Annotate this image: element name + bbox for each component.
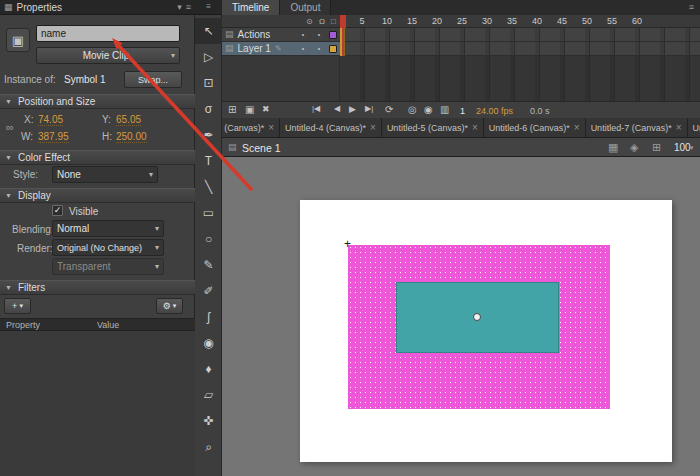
filters-list[interactable] (0, 331, 195, 476)
panel-menu-icon[interactable]: ≡ (206, 3, 211, 11)
layer-frames-actions[interactable] (340, 28, 700, 42)
instance-name-input[interactable] (36, 25, 180, 42)
close-icon[interactable]: × (676, 122, 682, 133)
step-back-icon[interactable]: ◀ (334, 105, 340, 113)
onion-skin-outlines-icon[interactable]: ◉ (424, 105, 433, 115)
close-icon[interactable]: × (472, 122, 478, 133)
new-folder-icon[interactable]: ▣ (245, 105, 254, 115)
subselection-tool[interactable]: ▷ (195, 44, 222, 70)
free-transform-tool[interactable]: ⊡ (195, 70, 222, 96)
bone-tool[interactable]: ʃ (195, 304, 222, 330)
eye-icon[interactable]: ⊙ (306, 17, 313, 26)
x-value[interactable]: 74.05 (38, 114, 63, 126)
oval-tool[interactable]: ○ (195, 226, 222, 252)
rectangle-tool[interactable]: ▭ (195, 200, 222, 226)
transformation-point[interactable] (473, 313, 481, 321)
section-color-effect[interactable]: ▼ Color Effect (0, 150, 195, 165)
step-forward-icon[interactable]: ▶| (365, 105, 373, 113)
eyedropper-tool[interactable]: ♦ (195, 356, 222, 382)
edit-multiple-frames-icon[interactable]: ▥ (440, 105, 449, 115)
section-display[interactable]: ▼ Display (0, 188, 195, 203)
scene-breadcrumb[interactable]: Scene 1 (242, 142, 281, 154)
lasso-tool[interactable]: σ (195, 96, 222, 122)
close-icon[interactable]: × (268, 122, 274, 133)
frame-number[interactable]: 40 (529, 16, 545, 26)
blending-dropdown[interactable]: Normal ▾ (52, 220, 164, 237)
timeline-ruler[interactable]: ⊙ Ω □ 1 5 10 15 20 25 30 35 40 45 50 55 … (222, 15, 700, 28)
zoom-tool[interactable]: ⌕ (195, 434, 222, 460)
document-tab[interactable]: Untitled-8 (Canva (688, 118, 700, 137)
line-tool[interactable]: ╲ (195, 174, 222, 200)
tab-output[interactable]: Output (280, 0, 331, 15)
visible-checkbox[interactable]: ✓ (52, 205, 63, 216)
eraser-tool[interactable]: ▱ (195, 382, 222, 408)
tab-timeline[interactable]: Timeline (222, 0, 280, 15)
frame-number[interactable]: 15 (404, 16, 420, 26)
frame-number[interactable]: 60 (629, 16, 645, 26)
layer-name[interactable]: Layer 1 (238, 43, 271, 54)
new-layer-icon[interactable]: ⊞ (228, 105, 236, 115)
document-tab[interactable]: Untitled-6 (Canvas)* × (484, 118, 586, 137)
swap-button[interactable]: Swap... (124, 71, 182, 88)
frame-number[interactable]: 5 (354, 16, 370, 26)
w-value[interactable]: 387.95 (38, 131, 69, 143)
symbol-type-dropdown[interactable]: Movie Clip ▾ (36, 47, 180, 64)
hand-tool[interactable]: ✜ (195, 408, 222, 434)
layer-row-actions[interactable]: ▤ Actions • • (222, 28, 700, 42)
frame-number[interactable]: 55 (604, 16, 620, 26)
section-filters[interactable]: ▼ Filters (0, 280, 195, 295)
layer-frames-layer1[interactable] (340, 42, 700, 56)
text-tool[interactable]: T (195, 148, 222, 174)
onion-skin-icon[interactable]: ◎ (408, 105, 417, 115)
pencil-tool[interactable]: ✎ (195, 252, 222, 278)
close-icon[interactable]: × (574, 122, 580, 133)
document-tab[interactable]: Untitled-4 (Canvas)* × (280, 118, 382, 137)
section-position-size[interactable]: ▼ Position and Size (0, 94, 195, 109)
selection-tool[interactable]: ↖ (195, 18, 222, 44)
layer-lock-dot[interactable]: • (313, 31, 325, 38)
paint-bucket-tool[interactable]: ◉ (195, 330, 222, 356)
frame-number[interactable]: 50 (579, 16, 595, 26)
layer-name[interactable]: Actions (238, 29, 271, 40)
document-tab[interactable]: (Canvas)* × (222, 118, 280, 137)
y-value[interactable]: 65.05 (116, 114, 141, 126)
layer-visibility-dot[interactable]: • (297, 31, 309, 38)
edit-scene-icon[interactable]: ▦ (608, 142, 618, 153)
h-value[interactable]: 250.00 (116, 131, 147, 143)
stage-pasteboard[interactable]: + (222, 157, 700, 476)
play-icon[interactable]: ▶ (349, 105, 356, 114)
panel-menu-icon[interactable]: ≡ (689, 3, 694, 12)
frame-number[interactable]: 35 (504, 16, 520, 26)
pen-tool[interactable]: ✒ (195, 122, 222, 148)
loop-icon[interactable]: ⟳ (385, 105, 393, 115)
close-icon[interactable]: × (370, 122, 376, 133)
constrain-link-icon[interactable]: ∞ (6, 122, 14, 133)
frame-rate-value[interactable]: 24.00 fps (476, 106, 513, 116)
frame-number[interactable]: 20 (429, 16, 445, 26)
brush-tool[interactable]: ✐ (195, 278, 222, 304)
frame-number[interactable]: 10 (379, 16, 395, 26)
layer-row-layer1[interactable]: ▤ Layer 1 ✎ • • (222, 42, 700, 56)
playhead[interactable] (340, 15, 346, 28)
lock-icon[interactable]: Ω (319, 17, 325, 26)
chevron-down-icon[interactable]: ▾ (177, 3, 182, 12)
document-tab[interactable]: Untitled-5 (Canvas)* × (382, 118, 484, 137)
edit-symbols-icon[interactable]: ◈ (630, 142, 638, 153)
center-stage-icon[interactable]: ⊞ (652, 142, 661, 153)
frame-number[interactable]: 25 (454, 16, 470, 26)
delete-layer-icon[interactable]: ✖ (262, 105, 270, 114)
goto-first-frame-icon[interactable]: |◀ (312, 105, 320, 113)
filter-options-button[interactable]: ⚙ ▾ (156, 298, 183, 314)
frame-number[interactable]: 30 (479, 16, 495, 26)
panel-menu-icon[interactable]: ≡ (186, 3, 191, 12)
zoom-level-value[interactable]: 100 (674, 142, 691, 153)
layer-color-chip[interactable] (329, 31, 337, 39)
document-tab[interactable]: Untitled-7 (Canvas)* × (586, 118, 688, 137)
layer-visibility-dot[interactable]: • (297, 45, 309, 52)
add-filter-button[interactable]: + ▾ (4, 298, 31, 314)
layer-lock-dot[interactable]: • (313, 45, 325, 52)
chevron-down-icon[interactable]: ▾ (690, 144, 694, 151)
frame-number[interactable]: 45 (554, 16, 570, 26)
style-dropdown[interactable]: None ▾ (52, 166, 158, 183)
layer-color-chip[interactable] (329, 45, 337, 53)
